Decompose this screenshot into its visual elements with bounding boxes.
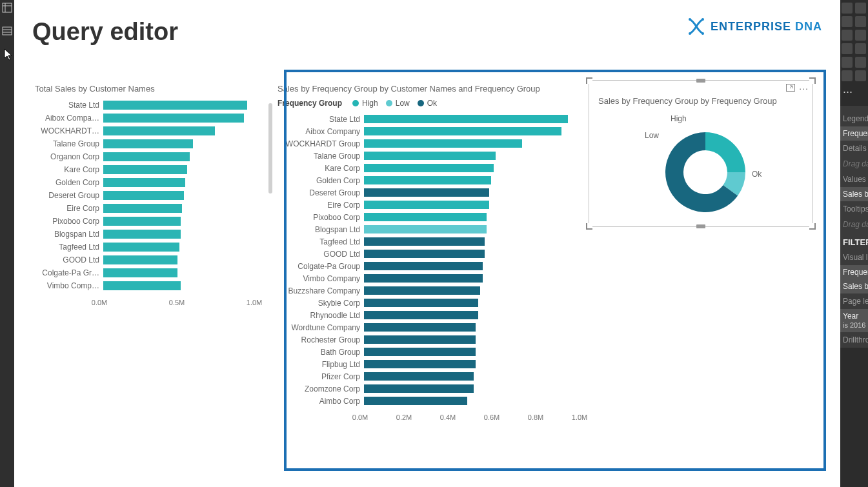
dna-icon: [687, 18, 705, 35]
bar[interactable]: [364, 176, 491, 184]
bar[interactable]: [364, 237, 485, 246]
resize-handle-icon[interactable]: [696, 224, 705, 228]
viz-type-icon[interactable]: [842, 70, 853, 81]
chart-total-sales-by-customer[interactable]: Total Sales by Customer Names State LtdA…: [35, 84, 267, 312]
bar[interactable]: [103, 230, 181, 239]
bar[interactable]: [103, 152, 190, 161]
field-well-tooltips-placeholder[interactable]: Drag data fields here: [840, 217, 868, 232]
bar[interactable]: [364, 397, 467, 405]
bar-label: Zoomzone Corp: [278, 384, 360, 393]
chart-sales-by-frequency-group[interactable]: Sales by Frequency Group by Customer Nam…: [278, 84, 587, 426]
bar[interactable]: [364, 127, 561, 135]
bar[interactable]: [103, 178, 185, 187]
bar[interactable]: [103, 101, 247, 110]
filter-chip[interactable]: Frequency Group (All): [840, 265, 868, 279]
field-chip-legend[interactable]: Frequency Group: [840, 126, 868, 141]
bar[interactable]: [364, 152, 496, 160]
bar-label: Vimbo Company: [278, 274, 360, 283]
bar[interactable]: [364, 348, 476, 356]
bar-label: Golden Corp: [278, 176, 360, 185]
filter-chip[interactable]: Sales by Frequency Group (All): [840, 279, 868, 293]
filter-chip[interactable]: Year is 2016: [840, 309, 868, 332]
field-chip-values[interactable]: Sales by Frequency Group: [840, 187, 868, 201]
left-nav-rail: [0, 0, 14, 487]
bar[interactable]: [364, 250, 485, 258]
viz-type-icon[interactable]: [842, 3, 853, 14]
bar[interactable]: [103, 139, 193, 148]
bar[interactable]: [364, 225, 487, 234]
visualizations-pane[interactable]: ··· Legend Frequency Group Details Drag …: [840, 0, 868, 487]
bar[interactable]: [103, 217, 181, 226]
bar[interactable]: [103, 165, 187, 174]
bar[interactable]: [103, 281, 181, 290]
focus-mode-icon[interactable]: [786, 83, 795, 94]
resize-handle-icon[interactable]: [809, 223, 816, 230]
bar[interactable]: [364, 360, 476, 368]
viz-type-icon[interactable]: [855, 57, 866, 68]
bar[interactable]: [103, 114, 244, 123]
resize-handle-icon[interactable]: [696, 79, 705, 83]
viz-type-icon[interactable]: [842, 57, 853, 68]
axis-tick: 1.0M: [247, 299, 262, 306]
visual-filters-label: Visual level filters: [840, 250, 868, 265]
viz-type-icon[interactable]: [842, 43, 853, 54]
bar-label: Kare Corp: [278, 164, 360, 173]
field-well-details-placeholder[interactable]: Drag data fields here: [840, 156, 868, 172]
bar-label: Kare Corp: [35, 165, 99, 174]
bar-label: Talane Group: [35, 139, 99, 148]
viz-type-icon[interactable]: [855, 30, 866, 41]
bar[interactable]: [364, 335, 476, 344]
bar[interactable]: [364, 201, 489, 209]
viz-type-icon[interactable]: [842, 30, 853, 41]
bar-label: Tagfeed Ltd: [278, 237, 360, 246]
bar[interactable]: [364, 323, 476, 332]
data-view-icon[interactable]: [2, 26, 12, 36]
more-options-icon[interactable]: ···: [799, 83, 809, 94]
more-visuals-icon[interactable]: ···: [840, 84, 868, 100]
viz-type-icon[interactable]: [855, 43, 866, 54]
donut-label: Ok: [752, 170, 762, 179]
svg-point-7: [701, 18, 704, 21]
scrollbar[interactable]: [268, 103, 272, 194]
viz-type-icon[interactable]: [855, 70, 866, 81]
donut-slice[interactable]: [705, 132, 745, 172]
donut-label: High: [671, 114, 687, 123]
report-view-icon[interactable]: [2, 3, 12, 13]
axis-tick: 0.8M: [528, 413, 543, 421]
bar[interactable]: [364, 286, 480, 295]
bar[interactable]: [103, 243, 179, 252]
bar[interactable]: [364, 372, 474, 381]
bar[interactable]: [103, 204, 182, 213]
bar[interactable]: [364, 188, 489, 197]
resize-handle-icon[interactable]: [809, 77, 816, 84]
bar-label: Eire Corp: [35, 204, 99, 213]
viz-type-icon[interactable]: [855, 16, 866, 27]
bar[interactable]: [364, 384, 474, 393]
brand-logo: ENTERPRISE DNA: [687, 18, 822, 35]
bar-label: Buzzshare Company: [278, 286, 360, 295]
report-canvas[interactable]: Query editor ENTERPRISE DNA Total Sales …: [14, 0, 840, 487]
chart-donut-frequency-group[interactable]: ··· Sales by Frequency Group by Frequenc…: [589, 80, 813, 227]
bar[interactable]: [364, 164, 494, 172]
logo-text-b: DNA: [795, 20, 822, 33]
bar[interactable]: [364, 311, 478, 319]
resize-handle-icon[interactable]: [586, 77, 592, 84]
bar[interactable]: [103, 191, 184, 200]
bar[interactable]: [364, 274, 483, 283]
bar[interactable]: [103, 268, 177, 277]
viz-type-icon[interactable]: [842, 16, 853, 27]
bar[interactable]: [364, 115, 568, 123]
viz-type-icon[interactable]: [855, 3, 866, 14]
axis-tick: 0.5M: [169, 299, 185, 306]
bar[interactable]: [103, 255, 177, 264]
bar[interactable]: [364, 139, 522, 148]
bar[interactable]: [364, 262, 483, 270]
resize-handle-icon[interactable]: [586, 223, 592, 230]
bar[interactable]: [364, 299, 478, 307]
bar-label: GOOD Ltd: [35, 255, 99, 264]
bar[interactable]: [364, 213, 487, 221]
page-filters-label: Page level filters: [840, 293, 868, 309]
viz-gallery[interactable]: [840, 0, 868, 84]
bar[interactable]: [103, 126, 215, 135]
bar-label: Colgate-Pa Gr…: [35, 268, 99, 277]
